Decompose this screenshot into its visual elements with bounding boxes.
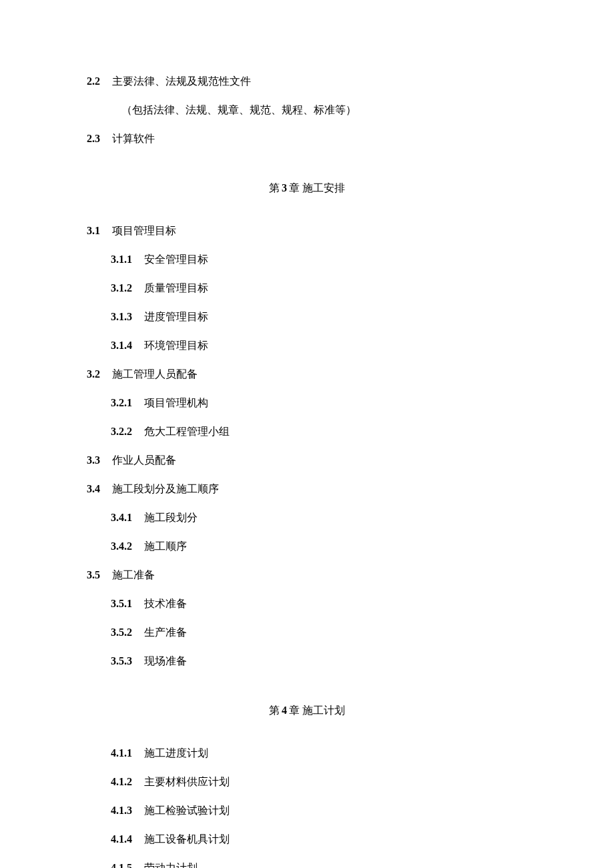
section-number: 3.5 — [87, 567, 100, 583]
subsection-number: 3.1.4 — [111, 338, 132, 354]
section-2-2-note: （包括法律、法规、规章、规范、规程、标准等） — [87, 102, 527, 118]
section-number: 3.1 — [87, 223, 100, 239]
subsection: 3.2.2 危大工程管理小组 — [87, 424, 527, 440]
subsection-title: 施工设备机具计划 — [144, 833, 230, 845]
section-3-5: 3.5 施工准备 — [87, 567, 527, 583]
section-title: 计算软件 — [112, 133, 155, 144]
section-number: 2.2 — [87, 73, 100, 89]
chapter-suffix: 章 施工计划 — [289, 705, 345, 716]
subsection-title: 项目管理机构 — [144, 397, 208, 408]
subsection: 4.1.1 施工进度计划 — [87, 745, 527, 761]
section-3-3: 3.3 作业人员配备 — [87, 452, 527, 468]
subsection-title: 环境管理目标 — [144, 340, 208, 351]
chapter-prefix: 第 — [269, 705, 280, 716]
subsection-number: 3.2.1 — [111, 395, 132, 411]
subsection-title: 质量管理目标 — [144, 282, 208, 294]
subsection-number: 4.1.1 — [111, 745, 132, 761]
subsection: 3.2.1 项目管理机构 — [87, 395, 527, 411]
chapter-4-heading: 第4章 施工计划 — [87, 703, 527, 719]
section-title: 主要法律、法规及规范性文件 — [112, 75, 251, 87]
subsection: 4.1.5 劳动力计划 — [87, 860, 527, 868]
section-title: 施工段划分及施工顺序 — [112, 483, 219, 494]
subsection: 3.4.2 施工顺序 — [87, 538, 527, 554]
subsection-title: 安全管理目标 — [144, 254, 208, 265]
section-number: 3.4 — [87, 481, 100, 497]
section-number: 3.3 — [87, 452, 100, 468]
section-2-2: 2.2 主要法律、法规及规范性文件 — [87, 73, 527, 89]
subsection-number: 3.5.1 — [111, 596, 132, 612]
section-number: 3.2 — [87, 366, 100, 382]
subsection: 4.1.2 主要材料供应计划 — [87, 774, 527, 790]
subsection: 3.5.3 现场准备 — [87, 653, 527, 669]
subsection-title: 技术准备 — [144, 598, 187, 609]
section-title: 施工管理人员配备 — [112, 368, 198, 380]
subsection: 4.1.3 施工检验试验计划 — [87, 803, 527, 819]
subsection: 4.1.4 施工设备机具计划 — [87, 831, 527, 847]
section-2-3: 2.3 计算软件 — [87, 131, 527, 147]
chapter-number: 4 — [282, 705, 287, 716]
subsection: 3.5.2 生产准备 — [87, 624, 527, 640]
subsection: 3.1.3 进度管理目标 — [87, 309, 527, 325]
chapter-prefix: 第 — [269, 182, 280, 193]
subsection: 3.1.2 质量管理目标 — [87, 280, 527, 296]
subsection-number: 4.1.2 — [111, 774, 132, 790]
subsection-number: 3.4.2 — [111, 538, 132, 554]
subsection-title: 现场准备 — [144, 655, 187, 667]
subsection-title: 施工检验试验计划 — [144, 805, 230, 816]
subsection-number: 3.1.2 — [111, 280, 132, 296]
section-title: 施工准备 — [112, 569, 155, 580]
subsection-title: 生产准备 — [144, 626, 187, 638]
subsection-number: 3.4.1 — [111, 510, 132, 526]
subsection-number: 4.1.4 — [111, 831, 132, 847]
subsection-title: 施工顺序 — [144, 540, 187, 552]
subsection-number: 3.5.3 — [111, 653, 132, 669]
subsection-title: 劳动力计划 — [144, 862, 198, 868]
subsection-number: 3.1.3 — [111, 309, 132, 325]
subsection-title: 进度管理目标 — [144, 311, 208, 322]
section-3-1: 3.1 项目管理目标 — [87, 223, 527, 239]
chapter-3-heading: 第3章 施工安排 — [87, 180, 527, 196]
subsection-number: 4.1.3 — [111, 803, 132, 819]
subsection-title: 施工段划分 — [144, 512, 198, 523]
subsection: 3.1.1 安全管理目标 — [87, 252, 527, 268]
section-title: 项目管理目标 — [112, 225, 176, 236]
section-3-2: 3.2 施工管理人员配备 — [87, 366, 527, 382]
subsection-number: 4.1.5 — [111, 860, 132, 868]
section-title: 作业人员配备 — [112, 454, 176, 466]
subsection: 3.1.4 环境管理目标 — [87, 338, 527, 354]
subsection-number: 3.5.2 — [111, 624, 132, 640]
chapter-suffix: 章 施工安排 — [289, 182, 345, 193]
subsection: 3.5.1 技术准备 — [87, 596, 527, 612]
subsection-number: 3.1.1 — [111, 252, 132, 268]
section-number: 2.3 — [87, 131, 100, 147]
subsection-title: 主要材料供应计划 — [144, 776, 230, 787]
chapter-number: 3 — [282, 182, 287, 193]
subsection: 3.4.1 施工段划分 — [87, 510, 527, 526]
subsection-number: 3.2.2 — [111, 424, 132, 440]
subsection-title: 施工进度计划 — [144, 747, 208, 759]
subsection-title: 危大工程管理小组 — [144, 426, 230, 437]
section-3-4: 3.4 施工段划分及施工顺序 — [87, 481, 527, 497]
